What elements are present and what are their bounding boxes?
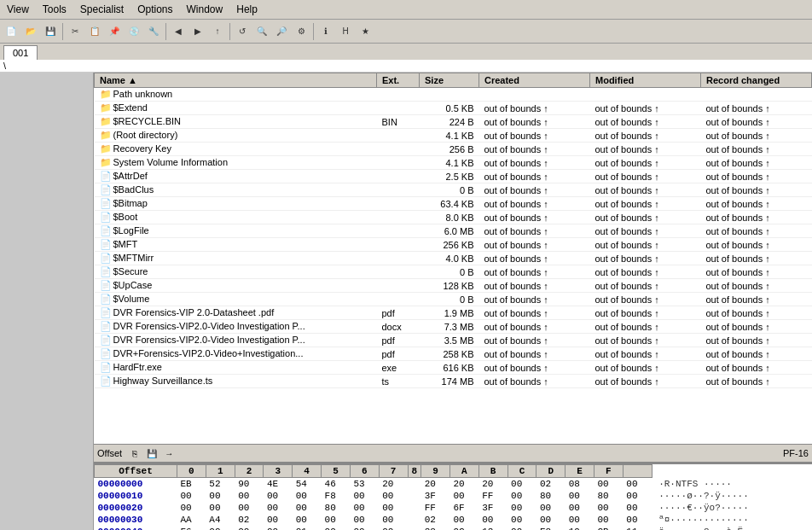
hex-byte[interactable]: 00 — [350, 490, 379, 502]
table-row[interactable]: 📁Path unknown — [95, 88, 812, 102]
hex-byte[interactable]: 00 — [322, 514, 351, 526]
hex-byte[interactable]: 00 — [350, 514, 379, 526]
table-row[interactable]: 📄Highway Surveillance.ts ts 174 MB out o… — [95, 375, 812, 388]
menu-help[interactable]: Help — [229, 2, 264, 17]
hex-byte[interactable]: 00 — [594, 478, 624, 491]
table-row[interactable]: 📄$Volume 0 B out of bounds ↑ out of boun… — [95, 293, 812, 306]
hex-byte[interactable]: 9C — [450, 526, 478, 530]
table-row[interactable]: 📄$MFT 256 KB out of bounds ↑ out of boun… — [95, 238, 812, 252]
hex-byte[interactable]: 6F — [450, 502, 478, 514]
hex-byte[interactable]: 20 — [450, 478, 478, 491]
col-header-created[interactable]: Created — [479, 73, 590, 88]
hex-byte[interactable]: 54 — [293, 478, 322, 491]
col-header-name[interactable]: Name ▲ — [95, 73, 377, 88]
hex-byte[interactable]: 11 — [623, 526, 652, 530]
hex-col-d[interactable]: D — [536, 465, 566, 478]
hex-byte[interactable]: 08 — [566, 478, 594, 491]
cut-btn[interactable]: ✂ — [66, 22, 84, 41]
hex-byte[interactable]: 01 — [293, 526, 322, 530]
paste-btn[interactable]: 📌 — [105, 22, 124, 41]
open-btn[interactable]: 📂 — [21, 22, 40, 41]
hex-byte[interactable]: 00 — [379, 514, 408, 526]
hex-byte[interactable]: 00 — [235, 490, 264, 502]
fwd-btn[interactable]: ▶ — [188, 22, 207, 41]
hex-col-2[interactable]: 2 — [235, 465, 264, 478]
menu-window[interactable]: Window — [180, 2, 230, 17]
hex-col-f[interactable]: F — [594, 465, 624, 478]
hex-col-3[interactable]: 3 — [264, 465, 293, 478]
table-row[interactable]: 📄DVR Forensics-VIP2.0-Video Investigatio… — [95, 320, 812, 334]
hex-byte[interactable]: 00 — [350, 526, 379, 530]
hex-byte[interactable]: 02 — [421, 514, 450, 526]
table-row[interactable]: 📁System Volume Information 4.1 KB out of… — [95, 156, 812, 170]
hex-byte[interactable]: 19 — [566, 526, 594, 530]
hex-byte[interactable]: 00 — [264, 514, 293, 526]
search-btn[interactable]: 🔍 — [252, 22, 271, 41]
hex-byte[interactable]: 53 — [350, 478, 379, 491]
hex-byte[interactable]: 00 — [206, 490, 235, 502]
table-row[interactable]: 📄HardFtr.exe exe 616 KB out of bounds ↑ … — [95, 361, 812, 375]
hex-byte[interactable]: 00 — [508, 502, 536, 514]
hex-byte[interactable]: A4 — [206, 514, 235, 526]
props-btn[interactable]: ℹ — [316, 22, 335, 41]
tab-001[interactable]: 001 — [3, 45, 38, 60]
hex-byte[interactable]: 00 — [536, 514, 566, 526]
hex-byte[interactable]: 00 — [264, 490, 293, 502]
table-row[interactable]: 📄DVR Forensics-VIP2.0-Video Investigatio… — [95, 334, 812, 347]
hex-byte[interactable]: 00 — [594, 502, 624, 514]
hex-byte[interactable]: E8 — [536, 526, 566, 530]
hex-btn[interactable]: H — [336, 22, 355, 41]
hex-byte[interactable]: 00 — [235, 526, 264, 530]
hex-byte[interactable]: 00 — [235, 502, 264, 514]
hex-byte[interactable]: 00 — [566, 502, 594, 514]
hex-byte[interactable]: 00 — [379, 526, 408, 530]
hex-byte[interactable]: 00 — [206, 502, 235, 514]
hex-byte[interactable]: 00 — [450, 490, 478, 502]
hex-byte[interactable]: 4E — [264, 478, 293, 491]
hex-byte[interactable]: 00 — [293, 490, 322, 502]
hex-byte[interactable]: FF — [421, 502, 450, 514]
menu-options[interactable]: Options — [130, 2, 179, 17]
hex-byte[interactable]: 00 — [566, 490, 594, 502]
hex-byte[interactable]: 38 — [421, 526, 450, 530]
table-row[interactable]: 📁$Extend 0.5 KB out of bounds ↑ out of b… — [95, 102, 812, 115]
hex-byte[interactable]: 20 — [478, 478, 508, 491]
disk-btn[interactable]: 💿 — [125, 22, 143, 41]
hex-panel[interactable]: Offset 0 1 2 3 4 5 6 7 8 9 — [94, 463, 812, 530]
hex-arrow-btn[interactable]: → — [161, 446, 177, 461]
hex-col-b[interactable]: B — [478, 465, 508, 478]
hex-byte[interactable]: 13 — [478, 526, 508, 530]
hex-byte[interactable]: 00 — [623, 514, 652, 526]
new-btn[interactable]: 📄 — [2, 22, 20, 41]
save-btn[interactable]: 💾 — [41, 22, 60, 41]
hex-byte[interactable]: 52 — [206, 478, 235, 491]
hex-col-1[interactable]: 1 — [206, 465, 235, 478]
table-row[interactable]: 📁(Root directory) 4.1 KB out of bounds ↑… — [95, 129, 812, 143]
hex-byte[interactable]: 00 — [350, 502, 379, 514]
file-panel[interactable]: Name ▲ Ext. Size Created Modified Record… — [94, 73, 812, 444]
hex-byte[interactable]: 80 — [594, 490, 624, 502]
table-row[interactable]: 📄$MFTMirr 4.0 KB out of bounds ↑ out of … — [95, 252, 812, 265]
hex-byte[interactable]: 00 — [379, 502, 408, 514]
copy-btn[interactable]: 📋 — [85, 22, 104, 41]
hex-col-4[interactable]: 4 — [293, 465, 322, 478]
table-row[interactable]: 📁Recovery Key 256 B out of bounds ↑ out … — [95, 143, 812, 156]
hex-byte[interactable]: 00 — [508, 490, 536, 502]
hex-byte[interactable]: 00 — [623, 490, 652, 502]
hex-byte[interactable]: 09 — [508, 526, 536, 530]
hex-copy-btn[interactable]: ⎘ — [127, 446, 142, 461]
menu-tools[interactable]: Tools — [36, 2, 73, 17]
hex-byte[interactable]: 20 — [379, 478, 408, 491]
table-row[interactable]: 📄$Secure 0 B out of bounds ↑ out of boun… — [95, 265, 812, 279]
hex-col-5[interactable]: 5 — [322, 465, 351, 478]
hex-byte[interactable]: 00 — [264, 526, 293, 530]
hex-col-8[interactable]: 8 — [408, 465, 421, 478]
hex-byte[interactable]: AA — [177, 514, 206, 526]
hex-byte[interactable]: 02 — [235, 514, 264, 526]
table-row[interactable]: 📄$AttrDef 2.5 KB out of bounds ↑ out of … — [95, 170, 812, 183]
table-row[interactable]: 📄DVR+Forensics-VIP2.0-Video+Investigatio… — [95, 347, 812, 361]
hex-col-c[interactable]: C — [508, 465, 536, 478]
tools2-btn[interactable]: 🔧 — [144, 22, 163, 41]
hex-byte[interactable]: F8 — [322, 490, 351, 502]
hex-byte[interactable]: 00 — [322, 526, 351, 530]
